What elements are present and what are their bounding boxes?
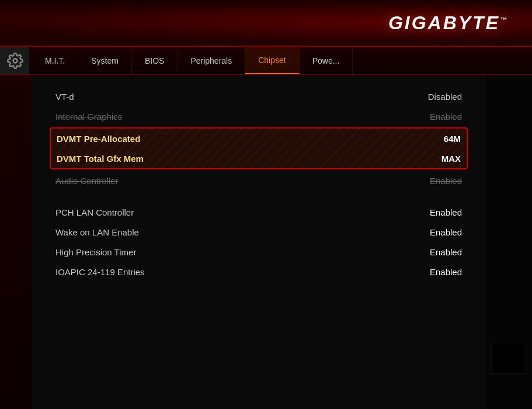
setting-row-dvmt-pre-allocated[interactable]: DVMT Pre-Allocated 64M <box>51 129 467 148</box>
tab-chipset[interactable]: Chipset <box>245 47 299 74</box>
tab-peripherals-label: Peripherals <box>190 56 232 65</box>
gear-icon <box>7 53 23 69</box>
brand-logo: GIGABYTE™ <box>388 12 509 34</box>
tab-bios-label: BIOS <box>145 56 164 65</box>
selected-settings-box: DVMT Pre-Allocated 64M DVMT Total Gfx Me… <box>50 127 468 169</box>
setting-row-wake-on-lan[interactable]: Wake on LAN Enable Enabled <box>50 222 468 242</box>
setting-value-internal-graphics: Enabled <box>392 112 462 122</box>
section-gap <box>50 190 468 202</box>
setting-row-ioapic[interactable]: IOAPIC 24-119 Entries Enabled <box>50 262 468 282</box>
setting-row-audio-controller[interactable]: Audio Controller Enabled <box>50 171 468 190</box>
brand-name: GIGABYTE <box>388 12 500 33</box>
setting-value-pch-lan: Enabled <box>392 207 462 217</box>
tab-system-label: System <box>91 56 119 65</box>
setting-row-vt-d[interactable]: VT-d Disabled <box>50 86 468 106</box>
setting-label-dvmt-pre-allocated: DVMT Pre-Allocated <box>57 134 140 144</box>
tab-bios[interactable]: BIOS <box>132 47 178 74</box>
setting-label-dvmt-total-gfx-mem: DVMT Total Gfx Mem <box>57 154 144 164</box>
setting-value-high-precision-timer: Enabled <box>392 247 462 257</box>
setting-label-ioapic: IOAPIC 24-119 Entries <box>55 267 145 277</box>
setting-value-dvmt-pre-allocated: 64M <box>391 134 461 144</box>
setting-value-audio-controller: Enabled <box>392 176 462 186</box>
right-panel <box>485 75 532 409</box>
nav-tabs: M.I.T. System BIOS Peripherals Chipset P… <box>32 47 353 74</box>
brand-suffix: ™ <box>500 16 509 24</box>
tab-mit[interactable]: M.I.T. <box>32 47 78 74</box>
tab-power[interactable]: Powe... <box>300 47 353 74</box>
setting-value-vt-d: Disabled <box>392 92 462 102</box>
setting-value-ioapic: Enabled <box>392 267 462 277</box>
setting-row-dvmt-total-gfx-mem[interactable]: DVMT Total Gfx Mem MAX <box>51 148 467 168</box>
tab-system[interactable]: System <box>78 47 132 74</box>
main-content: VT-d Disabled Internal Graphics Enabled … <box>0 75 532 409</box>
tab-peripherals[interactable]: Peripherals <box>178 47 245 74</box>
setting-value-wake-on-lan: Enabled <box>392 227 462 237</box>
svg-point-0 <box>13 58 18 63</box>
setting-row-internal-graphics[interactable]: Internal Graphics Enabled <box>50 106 468 126</box>
setting-label-pch-lan: PCH LAN Controller <box>55 207 134 217</box>
setting-label-vt-d: VT-d <box>55 92 74 102</box>
tab-power-label: Powe... <box>312 56 340 65</box>
setting-value-dvmt-total-gfx-mem: MAX <box>391 154 461 164</box>
setting-label-high-precision-timer: High Precision Timer <box>55 247 136 257</box>
nav-bar: M.I.T. System BIOS Peripherals Chipset P… <box>0 47 532 75</box>
black-box-decoration <box>491 342 526 374</box>
tab-mit-label: M.I.T. <box>45 56 65 65</box>
setting-label-wake-on-lan: Wake on LAN Enable <box>55 227 139 237</box>
left-panel <box>0 75 32 409</box>
setting-row-high-precision-timer[interactable]: High Precision Timer Enabled <box>50 242 468 262</box>
settings-area: VT-d Disabled Internal Graphics Enabled … <box>32 75 485 409</box>
setting-row-pch-lan[interactable]: PCH LAN Controller Enabled <box>50 202 468 222</box>
bios-header: GIGABYTE™ <box>0 0 532 47</box>
tab-chipset-label: Chipset <box>258 56 286 65</box>
setting-label-audio-controller: Audio Controller <box>55 176 119 186</box>
setting-label-internal-graphics: Internal Graphics <box>55 112 122 122</box>
